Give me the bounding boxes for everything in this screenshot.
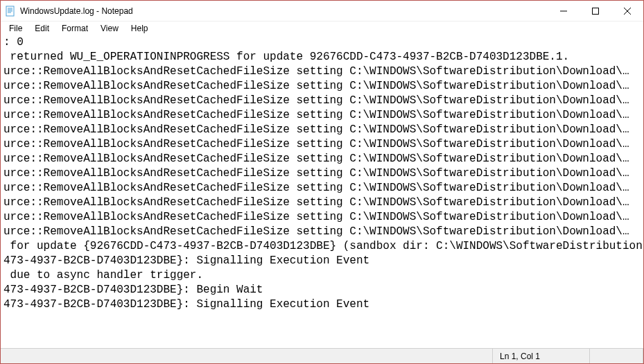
statusbar-position: Ln 1, Col 1	[493, 349, 590, 363]
minimize-button[interactable]	[548, 1, 580, 21]
statusbar: Ln 1, Col 1	[1, 348, 643, 363]
statusbar-left	[1, 349, 493, 363]
text-content[interactable]: : 0 returned WU_E_OPERATIONINPROGRESS fo…	[1, 35, 643, 312]
menu-format[interactable]: Format	[56, 22, 94, 35]
close-button[interactable]	[611, 1, 643, 21]
editor-wrap: : 0 returned WU_E_OPERATIONINPROGRESS fo…	[1, 35, 643, 348]
menu-file[interactable]: File	[3, 22, 28, 35]
text-editor[interactable]: : 0 returned WU_E_OPERATIONINPROGRESS fo…	[1, 35, 643, 348]
menu-view[interactable]: View	[95, 22, 124, 35]
notepad-window: WindowsUpdate.log - Notepad File Edit Fo…	[1, 1, 643, 363]
menubar: File Edit Format View Help	[1, 21, 643, 35]
titlebar[interactable]: WindowsUpdate.log - Notepad	[1, 1, 643, 21]
maximize-button[interactable]	[580, 1, 611, 21]
notepad-icon	[5, 6, 16, 17]
window-title: WindowsUpdate.log - Notepad	[20, 6, 133, 16]
svg-rect-6	[593, 8, 599, 14]
menu-help[interactable]: Help	[125, 22, 154, 35]
statusbar-right	[590, 349, 643, 363]
window-controls	[548, 1, 643, 21]
menu-edit[interactable]: Edit	[29, 22, 55, 35]
